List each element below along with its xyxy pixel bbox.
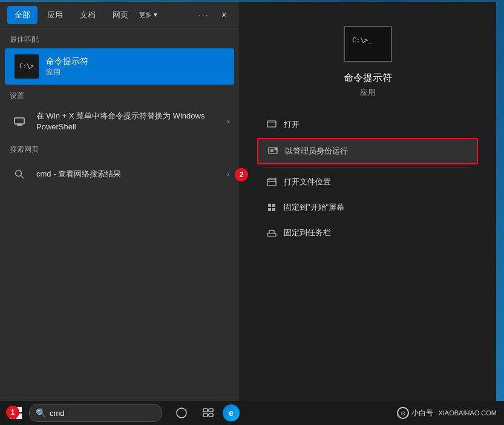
svg-rect-11 <box>267 122 276 123</box>
search-web-search-icon <box>10 164 29 184</box>
search-web-arrow-icon: › <box>227 170 229 178</box>
tab-options-dots[interactable]: ··· <box>198 10 209 20</box>
brand-name: 小白号 <box>411 408 433 418</box>
taskbar-right: ⊙ 小白号 XIAOBAIHAO.COM <box>392 407 502 419</box>
taskbar-task-view[interactable] <box>169 401 194 425</box>
app-preview-icon: C:\>_ <box>344 26 392 62</box>
svg-point-6 <box>16 170 22 177</box>
svg-rect-13 <box>270 149 273 152</box>
settings-item-text: 在 Win + X 菜单中将命令提示符替换为 Windows PowerShel… <box>36 111 227 132</box>
svg-rect-10 <box>267 121 276 127</box>
brand-url: XIAOBAIHAO.COM <box>438 409 497 417</box>
context-item-open-location[interactable]: 打开文件位置 <box>257 170 478 194</box>
svg-rect-21 <box>267 233 276 236</box>
best-match-text: 命令提示符 应用 <box>46 56 88 77</box>
settings-monitor-icon <box>10 112 29 131</box>
taskbar-brand: ⊙ 小白号 <box>397 407 433 419</box>
settings-item-powershell[interactable]: 在 Win + X 菜单中将命令提示符替换为 Windows PowerShel… <box>0 105 239 138</box>
svg-rect-19 <box>268 208 271 211</box>
chevron-down-icon: ▼ <box>152 11 159 18</box>
svg-rect-31 <box>209 409 213 412</box>
context-item-pin-start[interactable]: 固定到"开始"屏幕 <box>257 195 478 219</box>
close-button[interactable]: × <box>217 7 232 23</box>
context-menu: 打开 以管理员身份运行 <box>251 112 484 246</box>
taskbar-search-box[interactable]: 🔍 cmd <box>29 404 162 422</box>
cmd-icon-large: C:\>_ <box>15 54 39 79</box>
app-preview: C:\>_ 命令提示符 应用 打开 <box>239 2 496 401</box>
open-location-label: 打开文件位置 <box>284 177 331 187</box>
svg-rect-20 <box>272 208 275 211</box>
start-menu-right: C:\>_ 命令提示符 应用 打开 <box>239 2 496 401</box>
tab-docs[interactable]: 文档 <box>73 6 103 24</box>
app-preview-type: 应用 <box>360 87 376 98</box>
svg-text:C:\>_: C:\>_ <box>19 63 35 70</box>
context-item-run-as-admin[interactable]: 以管理员身份运行 <box>257 138 478 164</box>
pin-start-icon <box>266 201 278 213</box>
desktop: XIAOBAIHAO.COM XIAOBAIHAO.COM XIAOBAIHAO… <box>0 0 504 425</box>
tab-more[interactable]: 更多 ▼ <box>138 11 159 19</box>
settings-arrow-icon: › <box>227 117 229 126</box>
menu-divider <box>263 167 472 167</box>
app-preview-name: 命令提示符 <box>344 72 392 85</box>
context-item-open[interactable]: 打开 <box>257 112 478 137</box>
taskbar-center: e <box>169 401 240 425</box>
pin-taskbar-icon <box>266 227 278 239</box>
best-match-label: 最佳匹配 <box>0 28 239 48</box>
run-as-admin-icon <box>267 145 279 157</box>
svg-rect-32 <box>203 414 208 417</box>
svg-text:C:\>_: C:\>_ <box>352 36 372 44</box>
svg-rect-16 <box>267 180 276 186</box>
search-web-item[interactable]: cmd - 查看网络搜索结果 › <box>0 158 239 190</box>
taskbar-search-text: cmd <box>50 409 65 418</box>
svg-rect-17 <box>268 204 271 207</box>
search-web-label: 搜索网页 <box>0 138 239 158</box>
pin-start-label: 固定到"开始"屏幕 <box>284 202 344 213</box>
tab-all[interactable]: 全部 <box>7 6 38 24</box>
best-match-app-name: 命令提示符 <box>46 56 88 67</box>
taskbar: 🔍 cmd e <box>0 401 504 425</box>
svg-rect-18 <box>272 204 275 207</box>
pin-taskbar-label: 固定到任务栏 <box>284 227 331 238</box>
svg-line-7 <box>21 176 24 179</box>
svg-rect-30 <box>203 409 208 412</box>
tab-apps[interactable]: 应用 <box>40 6 70 24</box>
open-label: 打开 <box>284 119 299 130</box>
brand-logo-icon: ⊙ <box>397 407 409 419</box>
tutorial-badge-2: 2 <box>235 168 248 181</box>
open-location-icon <box>266 176 278 188</box>
taskbar-multi-desktop[interactable] <box>196 401 220 425</box>
open-icon <box>266 118 278 131</box>
best-match-item[interactable]: C:\>_ 命令提示符 应用 <box>5 48 234 85</box>
best-match-app-type: 应用 <box>46 67 88 77</box>
start-menu-left: 全部 应用 文档 网页 更多 ▼ ··· × 最佳匹配 C:\>_ <box>0 2 239 401</box>
settings-section-label: 设置 <box>0 85 239 105</box>
taskbar-search-icon: 🔍 <box>36 408 46 418</box>
tab-web[interactable]: 网页 <box>105 6 136 24</box>
search-tabs-bar: 全部 应用 文档 网页 更多 ▼ ··· × <box>0 2 239 28</box>
search-web-text: cmd - 查看网络搜索结果 <box>36 169 227 180</box>
svg-rect-2 <box>15 118 24 124</box>
context-item-pin-taskbar[interactable]: 固定到任务栏 <box>257 221 478 245</box>
svg-point-29 <box>177 408 186 418</box>
tutorial-badge-1: 1 <box>6 406 19 419</box>
run-as-admin-label: 以管理员身份运行 <box>285 146 348 157</box>
start-menu: 全部 应用 文档 网页 更多 ▼ ··· × 最佳匹配 C:\>_ <box>0 2 496 401</box>
svg-rect-8 <box>350 30 386 58</box>
svg-rect-33 <box>209 414 213 417</box>
taskbar-edge-icon[interactable]: e <box>223 404 240 421</box>
